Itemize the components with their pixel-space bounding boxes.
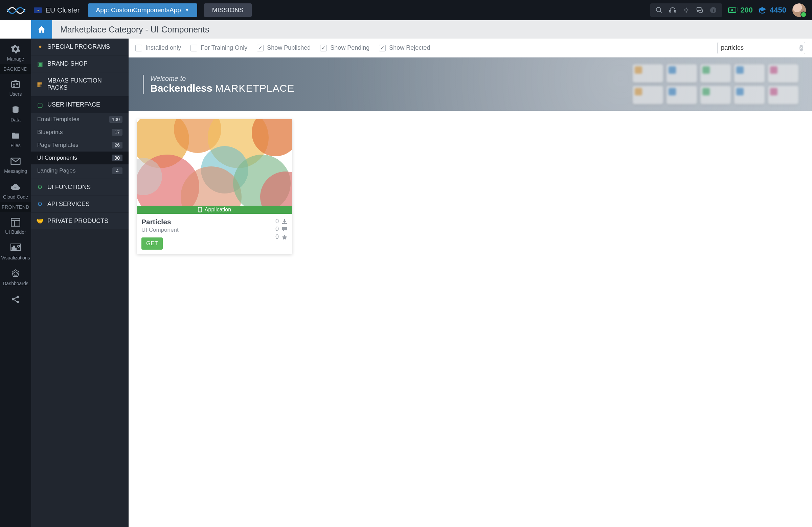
svg-rect-21 — [11, 218, 20, 226]
filter-bar: Installed only For Training Only Show Pu… — [129, 39, 812, 58]
cat-api-services[interactable]: ⚙ API SERVICES — [31, 195, 129, 213]
app-selector-button[interactable]: App: CustomComponentsApp ▼ — [88, 3, 197, 17]
subitem-label: Email Templates — [37, 116, 79, 123]
grad-points-value: 4450 — [770, 6, 786, 15]
search-field[interactable]: ✕ — [717, 42, 805, 54]
section-frontend-label: FRONTEND — [0, 202, 31, 212]
svg-rect-3 — [675, 10, 676, 12]
nav-label: Data — [0, 117, 31, 122]
nav-messaging[interactable]: Messaging — [0, 151, 31, 177]
star-icon — [281, 234, 288, 240]
subitem-page-templates[interactable]: Page Templates 26 — [31, 139, 129, 151]
top-icon-tray: i — [650, 3, 722, 17]
checkbox-icon — [135, 45, 142, 52]
info-icon[interactable]: i — [707, 3, 720, 17]
subitem-email-templates[interactable]: Email Templates 100 — [31, 113, 129, 126]
nav-more[interactable] — [0, 289, 31, 305]
filter-show-pending[interactable]: Show Pending — [320, 44, 369, 52]
cat-special-programs[interactable]: ✦ SPECIAL PROGRAMS — [31, 39, 129, 55]
filter-label: Show Published — [267, 44, 310, 52]
subitem-count: 90 — [112, 155, 122, 161]
nav-label: Messaging — [0, 169, 31, 174]
subitem-count: 17 — [112, 129, 122, 136]
topbar: ★ EU Cluster App: CustomComponentsApp ▼ … — [0, 0, 812, 20]
checkbox-checked-icon — [320, 45, 327, 52]
svg-line-1 — [660, 11, 662, 13]
product-thumbnail — [137, 119, 292, 206]
svg-rect-5 — [687, 10, 688, 11]
product-subtitle: UI Component — [142, 226, 275, 233]
cat-private-products[interactable]: 🤝 PRIVATE PRODUCTS — [31, 213, 129, 229]
svg-line-34 — [14, 297, 17, 299]
svg-text:</>: </> — [14, 186, 17, 189]
cat-label: MBAAS FUNCTION PACKS — [47, 77, 123, 91]
product-name: Particles — [142, 218, 275, 226]
chevron-down-icon: ▼ — [185, 8, 189, 13]
clear-search-icon[interactable]: ✕ — [799, 45, 803, 52]
product-card[interactable]: Application Particles UI Component GET 0… — [137, 119, 292, 254]
search-icon[interactable] — [652, 3, 666, 17]
filter-label: Installed only — [145, 44, 181, 52]
balance-value: 200 — [740, 6, 753, 15]
subitem-count: 100 — [109, 116, 122, 123]
get-button[interactable]: GET — [142, 237, 163, 250]
support-icon[interactable] — [666, 3, 679, 17]
gear-icon — [0, 43, 31, 55]
cat-label: SPECIAL PROGRAMS — [47, 43, 110, 50]
nav-label: Visualizations — [0, 255, 31, 261]
cat-brand-shop[interactable]: ▣ BRAND SHOP — [31, 55, 129, 72]
filter-label: For Training Only — [201, 44, 247, 52]
filter-installed-only[interactable]: Installed only — [135, 44, 181, 52]
cat-label: UI FUNCTIONS — [47, 184, 91, 191]
grad-points-indicator[interactable]: 4450 — [757, 6, 786, 15]
left-nav-rail: Manage BACKEND Users Data Files Messagin… — [0, 39, 31, 527]
svg-rect-4 — [684, 10, 686, 11]
nav-label: Manage — [0, 56, 31, 61]
banner-title: Backendless MARKETPLACE — [150, 83, 294, 94]
nav-cloud-code[interactable]: </> Cloud Code — [0, 177, 31, 202]
svg-marker-30 — [14, 272, 18, 275]
subitem-blueprints[interactable]: Blueprints 17 — [31, 126, 129, 139]
nav-dashboards[interactable]: Dashboards — [0, 263, 31, 289]
brand-logo[interactable] — [6, 4, 26, 16]
cat-mbaas-function-packs[interactable]: ▦ MBAAS FUNCTION PACKS — [31, 72, 129, 96]
graduation-cap-icon — [757, 6, 767, 14]
slack-icon[interactable] — [679, 3, 693, 17]
missions-button[interactable]: MISSIONS — [204, 3, 252, 17]
filter-show-rejected[interactable]: Show Rejected — [379, 44, 430, 52]
cluster-selector[interactable]: ★ EU Cluster — [34, 6, 80, 14]
checkbox-checked-icon — [257, 45, 264, 52]
subitem-label: Page Templates — [37, 142, 78, 148]
svg-point-31 — [12, 298, 14, 301]
section-backend-label: BACKEND — [0, 64, 31, 74]
banner-welcome: Welcome to — [150, 75, 294, 83]
gears-icon: ⚙ — [37, 201, 43, 208]
nav-ui-builder[interactable]: UI Builder — [0, 212, 31, 237]
envelope-icon — [0, 156, 31, 167]
balance-indicator[interactable]: 200 — [728, 6, 753, 15]
category-sidebar: ✦ SPECIAL PROGRAMS ▣ BRAND SHOP ▦ MBAAS … — [31, 39, 129, 527]
nav-users[interactable]: Users — [0, 74, 31, 100]
product-grid: Application Particles UI Component GET 0… — [129, 111, 812, 263]
nav-manage[interactable]: Manage — [0, 39, 31, 64]
nav-files[interactable]: Files — [0, 125, 31, 151]
radar-chart-icon — [0, 268, 31, 279]
comment-icon — [281, 226, 288, 232]
cat-user-interface[interactable]: ▢ USER INTERFACE — [31, 96, 129, 113]
search-input[interactable] — [721, 44, 799, 52]
monitor-icon: ▢ — [37, 101, 43, 108]
subitem-landing-pages[interactable]: Landing Pages 4 — [31, 164, 129, 177]
nav-data[interactable]: Data — [0, 100, 31, 125]
home-button[interactable] — [31, 20, 52, 39]
filter-training-only[interactable]: For Training Only — [190, 44, 247, 52]
chat-icon[interactable] — [693, 3, 707, 17]
gears-icon: ✦ — [37, 44, 43, 50]
svg-point-48 — [200, 211, 200, 212]
nav-visualizations[interactable]: Visualizations — [0, 237, 31, 263]
subitem-ui-components[interactable]: UI Components 90 — [31, 151, 129, 164]
svg-rect-14 — [15, 80, 17, 82]
svg-rect-27 — [15, 248, 16, 250]
cat-ui-functions[interactable]: ⚙ UI FUNCTIONS — [31, 179, 129, 195]
filter-show-published[interactable]: Show Published — [257, 44, 310, 52]
user-avatar[interactable] — [792, 3, 806, 17]
